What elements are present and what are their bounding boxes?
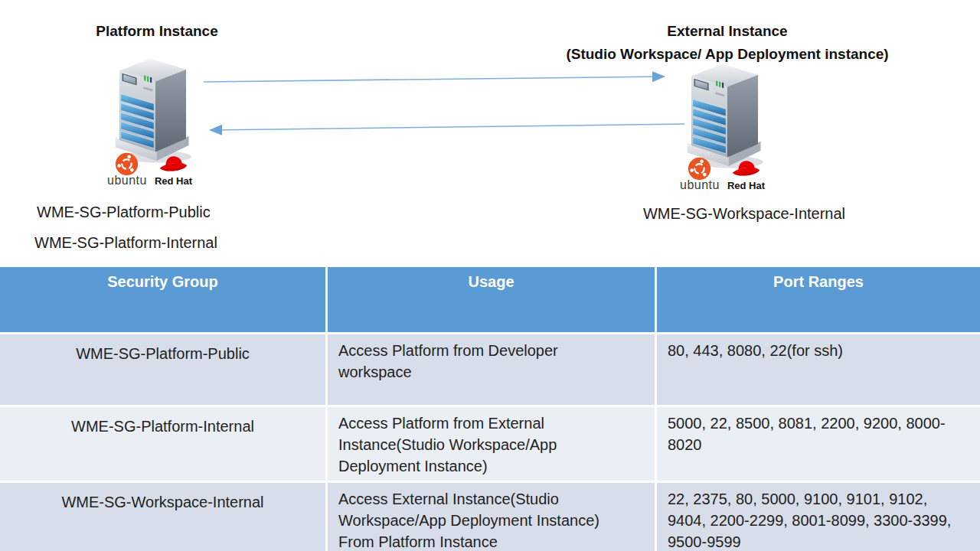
platform-internal-sg-label: WME-SG-Platform-Internal bbox=[34, 234, 217, 252]
platform-server-tower-icon bbox=[113, 52, 193, 165]
arrow-external-to-platform-icon bbox=[211, 124, 684, 130]
table-row-1-security-group: WME-SG-Platform-Public bbox=[0, 334, 325, 405]
table-row-3-security-group: WME-SG-Workspace-Internal bbox=[0, 483, 325, 551]
ubuntu-caption: ubuntu bbox=[680, 179, 720, 191]
table-row-2-usage: Access Platform from External Instance(S… bbox=[328, 407, 655, 481]
arrow-platform-to-external-icon bbox=[204, 77, 663, 82]
table-header-security-group: Security Group bbox=[0, 267, 325, 332]
ubuntu-logo-icon bbox=[115, 152, 139, 176]
platform-public-sg-label: WME-SG-Platform-Public bbox=[37, 204, 211, 221]
platform-os-badges: ubuntu Red Hat bbox=[107, 152, 192, 187]
ubuntu-badge: ubuntu bbox=[107, 152, 147, 187]
ubuntu-badge: ubuntu bbox=[680, 157, 720, 191]
platform-instance-title: Platform Instance bbox=[80, 20, 234, 43]
external-os-badges: ubuntu Red Hat bbox=[680, 157, 765, 191]
table-row-3-port-ranges: 22, 2375, 80, 5000, 9100, 9101, 9102, 94… bbox=[657, 483, 980, 551]
redhat-fedora-icon bbox=[732, 159, 760, 180]
table-header-port-ranges: Port Ranges bbox=[657, 267, 980, 332]
redhat-caption: Red Hat bbox=[727, 181, 765, 191]
slide-canvas: Platform Instance External Instance (Stu… bbox=[0, 0, 980, 551]
external-instance-title-line1: External Instance bbox=[496, 20, 959, 43]
external-server-tower-icon bbox=[684, 57, 765, 171]
redhat-badge: Red Hat bbox=[155, 155, 192, 187]
ubuntu-caption: ubuntu bbox=[107, 174, 147, 187]
table-row-3-usage: Access External Instance(Studio Workspac… bbox=[328, 483, 655, 551]
table-header-usage: Usage bbox=[328, 267, 655, 332]
table-row-1-port-ranges: 80, 443, 8080, 22(for ssh) bbox=[657, 334, 980, 405]
redhat-caption: Red Hat bbox=[155, 176, 192, 187]
ubuntu-logo-icon bbox=[688, 157, 711, 181]
table-row-1-usage: Access Platform from Developer workspace bbox=[328, 334, 655, 405]
redhat-fedora-icon bbox=[159, 155, 188, 175]
redhat-badge: Red Hat bbox=[727, 159, 765, 191]
table-row-2-security-group: WME-SG-Platform-Internal bbox=[0, 407, 325, 481]
workspace-internal-sg-label: WME-SG-Workspace-Internal bbox=[629, 205, 859, 223]
security-group-table: Security Group Usage Port Ranges WME-SG-… bbox=[0, 267, 980, 551]
table-row-2-port-ranges: 5000, 22, 8500, 8081, 2200, 9200, 8000-8… bbox=[657, 407, 980, 481]
